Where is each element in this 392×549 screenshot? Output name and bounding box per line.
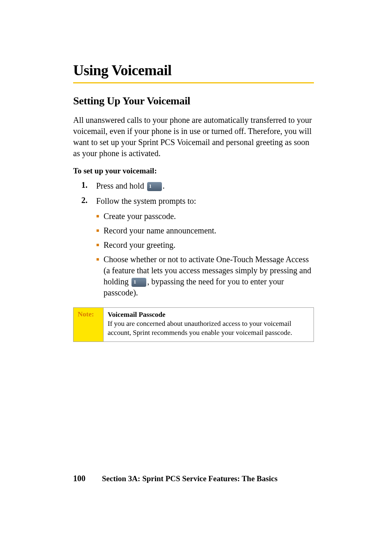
step-text-before: Press and hold bbox=[96, 181, 146, 190]
step-text-after: . bbox=[163, 181, 165, 190]
list-item: ■ Record your greeting. bbox=[96, 240, 314, 251]
page-number: 100 bbox=[73, 474, 85, 483]
steps-list: 1. Press and hold . 2. Follow the system… bbox=[73, 180, 314, 207]
intro-paragraph: All unanswered calls to your phone are a… bbox=[73, 115, 314, 159]
bullet-text: Record your greeting. bbox=[104, 240, 314, 251]
step-two: 2. Follow the system prompts to: bbox=[81, 196, 314, 207]
page-content: Using Voicemail Setting Up Your Voicemai… bbox=[0, 0, 392, 342]
bullet-icon: ■ bbox=[96, 225, 104, 234]
bullet-icon: ■ bbox=[96, 240, 104, 248]
list-item: ■ Create your passcode. bbox=[96, 211, 314, 222]
step-text: Follow the system prompts to: bbox=[96, 196, 314, 207]
note-content: Voicemail Passcode If you are concerned … bbox=[103, 308, 314, 341]
main-heading: Using Voicemail bbox=[73, 62, 314, 79]
step-one: 1. Press and hold . bbox=[81, 180, 314, 191]
list-item: ■ Record your name announcement. bbox=[96, 225, 314, 236]
setup-label: To set up your voicemail: bbox=[73, 166, 314, 175]
step-number: 2. bbox=[81, 196, 96, 205]
bullet-list: ■ Create your passcode. ■ Record your na… bbox=[73, 211, 314, 298]
note-title: Voicemail Passcode bbox=[108, 310, 309, 319]
heading-underline bbox=[73, 82, 314, 83]
bullet-text: Choose whether or not to activate One-To… bbox=[104, 254, 314, 298]
page-footer: 100 Section 3A: Sprint PCS Service Featu… bbox=[73, 474, 277, 483]
step-number: 1. bbox=[81, 180, 96, 190]
note-body: If you are concerned about unauthorized … bbox=[108, 320, 292, 337]
note-box: Note: Voicemail Passcode If you are conc… bbox=[73, 307, 314, 342]
bullet-text: Create your passcode. bbox=[104, 211, 314, 222]
bullet-text: Record your name announcement. bbox=[104, 225, 314, 236]
one-key-icon bbox=[147, 182, 162, 191]
one-key-icon bbox=[131, 278, 146, 287]
note-label: Note: bbox=[74, 308, 103, 341]
bullet-icon: ■ bbox=[96, 211, 104, 219]
sub-heading: Setting Up Your Voicemail bbox=[73, 95, 314, 107]
step-text: Press and hold . bbox=[96, 180, 314, 191]
section-label: Section 3A: Sprint PCS Service Features:… bbox=[102, 474, 277, 483]
bullet-icon: ■ bbox=[96, 254, 104, 263]
list-item: ■ Choose whether or not to activate One-… bbox=[96, 254, 314, 298]
